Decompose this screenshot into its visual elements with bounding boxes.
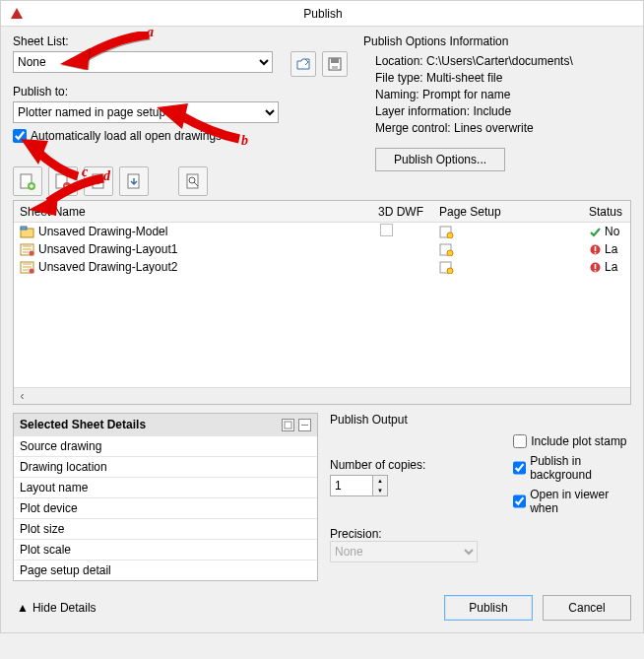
title-bar: Publish (1, 1, 643, 27)
sheet-icon (20, 261, 34, 274)
info-file-type: File type: Multi-sheet file (375, 71, 631, 85)
detail-row: Plot device (14, 497, 317, 518)
num-copies-spinner[interactable]: ▲ ▼ (373, 475, 388, 496)
sheet-table: Sheet Name 3D DWF Page Setup Status Unsa… (13, 200, 631, 405)
move-sheet-down-button[interactable] (119, 166, 149, 196)
page-setup-icon (439, 261, 454, 274)
detail-row: Plot scale (14, 539, 317, 560)
status-icon (589, 243, 602, 256)
status-text: La (605, 260, 617, 274)
precision-combo: None (330, 541, 478, 562)
svg-rect-1 (331, 58, 339, 63)
sheet-icon (20, 243, 34, 256)
hide-details-toggle[interactable]: ▲ Hide Details (17, 601, 97, 615)
table-header: Sheet Name 3D DWF Page Setup Status (14, 201, 630, 223)
remove-sheets-button[interactable] (48, 166, 78, 196)
preview-button[interactable] (178, 166, 208, 196)
precision-label: Precision: (330, 527, 631, 541)
publish-output-panel: Publish Output Number of copies: ▲ ▼ (330, 413, 631, 581)
svg-point-16 (30, 250, 34, 255)
svg-point-25 (447, 268, 453, 274)
add-sheets-button[interactable] (13, 166, 42, 196)
svg-point-14 (447, 232, 453, 238)
spin-up-icon[interactable]: ▲ (373, 476, 387, 486)
chevron-up-icon: ▲ (17, 601, 29, 615)
status-icon (589, 226, 602, 238)
details-expand-icon[interactable] (282, 419, 294, 431)
selected-sheet-details-panel: Selected Sheet Details Source drawingDra… (13, 413, 318, 581)
header-page-setup[interactable]: Page Setup (439, 205, 587, 219)
header-3d-dwf[interactable]: 3D DWF (378, 205, 439, 219)
detail-row: Layout name (14, 477, 317, 497)
auto-load-checkbox[interactable] (13, 129, 27, 143)
detail-row: Page setup detail (14, 560, 317, 580)
page-setup-icon (439, 243, 454, 256)
svg-rect-27 (595, 264, 597, 269)
sheet-name-cell: Unsaved Drawing-Layout1 (38, 242, 177, 256)
detail-row: Plot size (14, 518, 317, 539)
status-text: La (605, 242, 617, 256)
publish-to-combo[interactable]: Plotter named in page setup (13, 101, 279, 123)
open-in-viewer-label: Open in viewer when (530, 488, 631, 515)
table-row[interactable]: Unsaved Drawing-Layout2La (14, 258, 630, 276)
detail-row: Source drawing (14, 435, 317, 456)
publish-button[interactable]: Publish (444, 595, 533, 621)
table-row[interactable]: Unsaved Drawing-ModelNo (14, 223, 630, 240)
details-collapse-icon[interactable] (298, 419, 311, 431)
publish-options-button[interactable]: Publish Options... (375, 148, 505, 171)
open-in-viewer-checkbox[interactable] (513, 494, 526, 508)
sheet-list-label: Sheet List: (13, 34, 348, 48)
num-copies-label: Number of copies: (330, 458, 503, 472)
sheet-name-cell: Unsaved Drawing-Layout2 (38, 260, 177, 274)
detail-row: Drawing location (14, 456, 317, 477)
cancel-button[interactable]: Cancel (543, 595, 631, 621)
info-layer: Layer information: Include (375, 104, 631, 118)
svg-point-18 (447, 250, 453, 256)
svg-rect-20 (595, 246, 597, 251)
dwf-checkbox[interactable] (380, 224, 393, 236)
info-merge: Merge control: Lines overwrite (375, 121, 631, 135)
header-status[interactable]: Status (587, 205, 630, 219)
status-text: No (605, 225, 619, 238)
publish-in-background-label: Publish in background (530, 454, 631, 482)
svg-rect-12 (21, 227, 27, 230)
publish-options-info-title: Publish Options Information (363, 34, 631, 48)
table-row[interactable]: Unsaved Drawing-Layout1La (14, 240, 630, 258)
details-title: Selected Sheet Details (20, 418, 146, 431)
autocad-app-icon (7, 4, 27, 24)
load-sheet-set-button[interactable] (290, 51, 316, 77)
auto-load-label: Automatically load all open drawings (31, 129, 222, 143)
save-sheet-set-button[interactable] (322, 51, 348, 77)
publish-in-background-checkbox[interactable] (513, 461, 526, 475)
info-naming: Naming: Prompt for name (375, 88, 631, 101)
info-location: Location: C:\Users\Carter\documents\ (375, 54, 631, 68)
status-icon (589, 261, 602, 274)
svg-rect-29 (283, 419, 294, 430)
publish-to-label: Publish to: (13, 85, 348, 99)
svg-rect-21 (595, 252, 597, 254)
num-copies-input[interactable] (330, 475, 373, 496)
include-plot-stamp-checkbox[interactable] (513, 434, 527, 448)
sheet-list-combo[interactable]: None (13, 51, 273, 73)
svg-point-23 (30, 268, 34, 273)
header-sheet-name[interactable]: Sheet Name (14, 205, 378, 219)
svg-rect-2 (332, 66, 338, 70)
scroll-left-icon[interactable]: ‹ (14, 388, 31, 405)
sheet-icon (20, 226, 34, 238)
move-sheet-up-button[interactable] (84, 166, 113, 196)
sheet-name-cell: Unsaved Drawing-Model (38, 225, 167, 238)
window-title: Publish (32, 7, 613, 21)
include-plot-stamp-label: Include plot stamp (531, 434, 626, 448)
hide-details-label: Hide Details (32, 601, 97, 615)
svg-rect-28 (595, 270, 597, 272)
publish-output-title: Publish Output (330, 413, 631, 427)
publish-dialog: Publish Sheet List: None (0, 0, 644, 633)
table-horizontal-scrollbar[interactable]: ‹ (14, 387, 630, 404)
spin-down-icon[interactable]: ▼ (373, 486, 387, 495)
page-setup-icon (439, 226, 454, 238)
